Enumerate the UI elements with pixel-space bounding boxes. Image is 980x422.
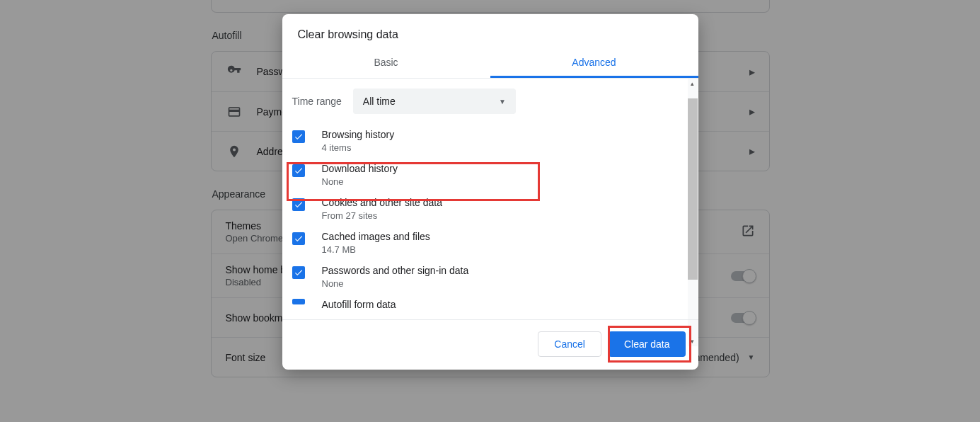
time-range-label: Time range — [292, 96, 342, 107]
scrollbar[interactable]: ▴ ▾ — [688, 79, 698, 346]
check-item-autofill[interactable]: Autofill form data — [292, 294, 688, 315]
check-list: Browsing history 4 items Download histor… — [282, 124, 698, 319]
check-secondary: None — [322, 176, 398, 187]
check-primary: Passwords and other sign-in data — [322, 265, 469, 276]
cancel-button[interactable]: Cancel — [538, 331, 601, 357]
dialog-title: Clear browsing data — [282, 14, 698, 47]
check-secondary: 14.7 MB — [322, 244, 430, 255]
chevron-down-icon: ▼ — [499, 98, 506, 106]
check-primary: Cookies and other site data — [322, 197, 442, 208]
modal-overlay: Clear browsing data Basic Advanced Time … — [0, 0, 980, 422]
dialog-footer: Cancel Clear data — [282, 319, 698, 370]
checkbox[interactable] — [292, 164, 305, 177]
checkbox[interactable] — [292, 232, 305, 245]
tab-basic[interactable]: Basic — [282, 47, 490, 78]
checkbox[interactable] — [292, 266, 305, 279]
check-item-download-history[interactable]: Download history None — [292, 158, 688, 192]
scroll-up-icon[interactable]: ▴ — [688, 79, 698, 89]
time-range-select[interactable]: All time ▼ — [353, 89, 516, 114]
checkbox[interactable] — [292, 299, 305, 304]
check-item-browsing-history[interactable]: Browsing history 4 items — [292, 124, 688, 158]
clear-data-button[interactable]: Clear data — [609, 331, 686, 357]
clear-browsing-data-dialog: Clear browsing data Basic Advanced Time … — [282, 14, 698, 370]
checkbox[interactable] — [292, 130, 305, 143]
tab-advanced[interactable]: Advanced — [490, 47, 698, 78]
scroll-thumb[interactable] — [688, 98, 698, 280]
check-item-cached[interactable]: Cached images and files 14.7 MB — [292, 226, 688, 260]
time-range-row: Time range All time ▼ — [282, 79, 698, 124]
check-primary: Autofill form data — [322, 299, 396, 310]
check-item-passwords[interactable]: Passwords and other sign-in data None — [292, 260, 688, 294]
check-primary: Cached images and files — [322, 231, 430, 242]
checkbox[interactable] — [292, 198, 305, 211]
dialog-body: Time range All time ▼ Browsing history 4… — [282, 79, 698, 319]
time-range-value: All time — [363, 96, 396, 107]
check-secondary: 4 items — [322, 142, 395, 153]
check-item-cookies[interactable]: Cookies and other site data From 27 site… — [292, 192, 688, 226]
check-primary: Download history — [322, 163, 398, 174]
check-secondary: None — [322, 278, 469, 289]
check-secondary: From 27 sites — [322, 210, 442, 221]
check-primary: Browsing history — [322, 129, 395, 140]
dialog-tabs: Basic Advanced — [282, 47, 698, 79]
